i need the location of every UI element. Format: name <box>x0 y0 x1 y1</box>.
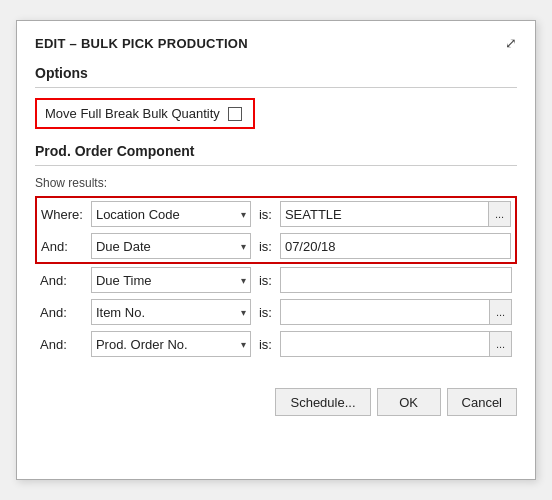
filter-dropdown-text-row1: Location Code <box>96 207 241 222</box>
schedule-button[interactable]: Schedule... <box>275 388 370 416</box>
ok-button[interactable]: OK <box>377 388 441 416</box>
filter-value-cell-row3 <box>276 263 516 296</box>
options-section: Options Move Full Break Bulk Quantity <box>35 65 517 129</box>
filter-field-cell-row4: Item No.▾ <box>87 296 255 328</box>
filter-connector-row4: And: <box>36 296 87 328</box>
prod-order-heading: Prod. Order Component <box>35 143 517 159</box>
dropdown-arrow-row2: ▾ <box>241 241 246 252</box>
footer: Schedule... OK Cancel <box>35 378 517 416</box>
move-full-break-option: Move Full Break Bulk Quantity <box>35 98 255 129</box>
filter-row-row5: And:Prod. Order No.▾is:... <box>36 328 516 360</box>
filter-field-cell-row5: Prod. Order No.▾ <box>87 328 255 360</box>
dropdown-arrow-row5: ▾ <box>241 339 246 350</box>
filter-field-cell-row2: Due Date▾ <box>87 230 255 263</box>
filter-dropdown-row1[interactable]: Location Code▾ <box>91 201 251 227</box>
filter-dropdown-text-row2: Due Date <box>96 239 241 254</box>
cancel-button[interactable]: Cancel <box>447 388 517 416</box>
filter-value-cell-row5: ... <box>276 328 516 360</box>
browse-button-row1[interactable]: ... <box>489 201 511 227</box>
filter-row-row3: And:Due Time▾is: <box>36 263 516 296</box>
filter-value-cell-row4: ... <box>276 296 516 328</box>
filter-row-row2: And:Due Date▾is: <box>36 230 516 263</box>
filter-is-label-row1: is: <box>255 197 276 230</box>
filter-field-cell-row3: Due Time▾ <box>87 263 255 296</box>
dialog: EDIT – BULK PICK PRODUCTION ⤢ Options Mo… <box>16 20 536 480</box>
browse-button-row4[interactable]: ... <box>490 299 512 325</box>
title-bar: EDIT – BULK PICK PRODUCTION ⤢ <box>35 35 517 51</box>
filter-connector-row5: And: <box>36 328 87 360</box>
filter-input-row2[interactable] <box>280 233 511 259</box>
value-wrapper-row1: ... <box>280 201 511 227</box>
filter-dropdown-text-row4: Item No. <box>96 305 241 320</box>
filter-table: Where:Location Code▾is:...And:Due Date▾i… <box>35 196 517 360</box>
value-wrapper-row3 <box>280 267 512 293</box>
options-heading: Options <box>35 65 517 81</box>
dropdown-arrow-row4: ▾ <box>241 307 246 318</box>
filter-field-cell-row1: Location Code▾ <box>87 197 255 230</box>
filter-connector-row3: And: <box>36 263 87 296</box>
filter-dropdown-row4[interactable]: Item No.▾ <box>91 299 251 325</box>
value-wrapper-row2 <box>280 233 511 259</box>
filter-connector-row1: Where: <box>36 197 87 230</box>
expand-icon[interactable]: ⤢ <box>505 35 517 51</box>
filter-rows-container: Where:Location Code▾is:...And:Due Date▾i… <box>35 196 517 360</box>
filter-row-row1: Where:Location Code▾is:... <box>36 197 516 230</box>
options-divider <box>35 87 517 88</box>
move-full-break-label: Move Full Break Bulk Quantity <box>45 106 220 121</box>
filter-is-label-row5: is: <box>255 328 276 360</box>
filter-dropdown-row3[interactable]: Due Time▾ <box>91 267 251 293</box>
filter-input-row3[interactable] <box>280 267 512 293</box>
filter-input-row1[interactable] <box>280 201 489 227</box>
filter-is-label-row2: is: <box>255 230 276 263</box>
value-wrapper-row5: ... <box>280 331 512 357</box>
filter-input-row4[interactable] <box>280 299 490 325</box>
filter-row-row4: And:Item No.▾is:... <box>36 296 516 328</box>
prod-order-divider <box>35 165 517 166</box>
dialog-title: EDIT – BULK PICK PRODUCTION <box>35 36 248 51</box>
filter-dropdown-text-row3: Due Time <box>96 273 241 288</box>
filter-dropdown-row2[interactable]: Due Date▾ <box>91 233 251 259</box>
prod-order-section: Prod. Order Component Show results: Wher… <box>35 143 517 360</box>
filter-is-label-row3: is: <box>255 263 276 296</box>
filter-dropdown-row5[interactable]: Prod. Order No.▾ <box>91 331 251 357</box>
show-results-label: Show results: <box>35 176 517 190</box>
filter-value-cell-row1: ... <box>276 197 516 230</box>
filter-is-label-row4: is: <box>255 296 276 328</box>
filter-input-row5[interactable] <box>280 331 490 357</box>
filter-dropdown-text-row5: Prod. Order No. <box>96 337 241 352</box>
filter-value-cell-row2 <box>276 230 516 263</box>
browse-button-row5[interactable]: ... <box>490 331 512 357</box>
filter-connector-row2: And: <box>36 230 87 263</box>
move-full-break-checkbox[interactable] <box>228 107 242 121</box>
dropdown-arrow-row1: ▾ <box>241 209 246 220</box>
value-wrapper-row4: ... <box>280 299 512 325</box>
dropdown-arrow-row3: ▾ <box>241 275 246 286</box>
